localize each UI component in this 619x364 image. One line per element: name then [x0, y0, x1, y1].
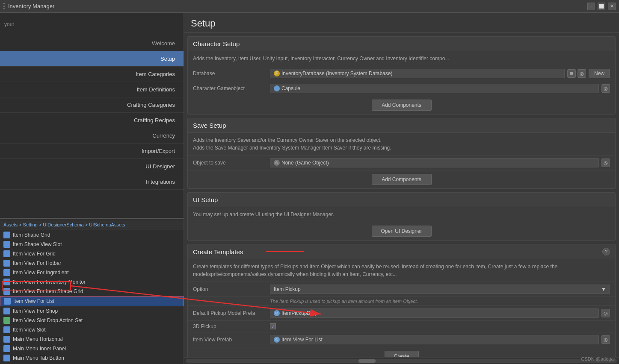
character-gameobject-label: Character Gameobject	[193, 85, 270, 91]
asset-item-view-ingredient[interactable]: Item View For Ingredient	[0, 268, 184, 277]
ui-setup-section: UI Setup You may set up and create UI us…	[187, 192, 616, 241]
bottom-scrollbar[interactable]	[184, 357, 619, 364]
asset-item-shape-grid[interactable]: Item Shape Grid	[0, 230, 184, 240]
nav-item-crafting-categories[interactable]: Crafting Categories	[0, 97, 184, 113]
database-target-btn[interactable]: ◎	[578, 69, 586, 78]
character-target-btn[interactable]: ◎	[601, 84, 610, 93]
asset-item-view-slot-drop[interactable]: Item View Slot Drop Action Set	[0, 316, 184, 325]
breadcrumb: Assets > Setting > UIDesignerSchema > UI…	[0, 220, 184, 229]
item-view-prefab-value: ⊙ Item View For List	[270, 335, 599, 344]
asset-icon	[3, 269, 10, 276]
asset-item-view-grid[interactable]: Item View For Grid	[0, 249, 184, 258]
nav-item-integrations[interactable]: Integrations	[0, 174, 184, 190]
ui-setup-desc: You may set up and create UI using the U…	[188, 207, 615, 222]
scrollbar-thumb	[358, 359, 376, 363]
nav-item-currency[interactable]: Currency	[0, 128, 184, 144]
character-setup-section: Character Setup Adds the Inventory, Item…	[187, 36, 616, 114]
pickup-model-field-row: Default Pickup Model Prefa ⊙ ItemPickupB…	[188, 306, 615, 321]
pickup-3d-row: 3D Pickup ✓	[188, 321, 615, 332]
database-settings-btn[interactable]: ⚙	[567, 69, 576, 78]
nav-item-import-export[interactable]: Import/Export	[0, 144, 184, 159]
main-layout: yout Welcome Setup Item Categories Item …	[0, 13, 619, 364]
help-button[interactable]: ?	[602, 248, 610, 255]
character-gameobject-value: Capsule	[270, 84, 599, 93]
asset-label: Item View For Hotbar	[13, 260, 61, 266]
nav-item-setup[interactable]: Setup	[0, 51, 184, 67]
setup-title: Setup	[184, 13, 619, 33]
create-templates-desc-text: Create templates for different types of …	[193, 264, 557, 277]
character-setup-btn-row: Add Components	[188, 96, 615, 114]
item-view-prefab-row: Item View Prefab ⊙ Item View For List ◎	[188, 332, 615, 347]
option-select[interactable]: Item Pickup ▼	[270, 285, 610, 294]
asset-list: Item Shape Grid Item Shape View Slot Ite…	[0, 229, 184, 364]
save-setup-desc1: Adds the Inventory Saver and/or the Curr…	[193, 136, 610, 144]
pickup-model-label: Default Pickup Model Prefa	[193, 310, 270, 316]
dropdown-arrow-icon: ▼	[601, 286, 606, 292]
database-field-row: Database 🗄 InventoryDatabase (Inventory …	[188, 66, 615, 81]
item-view-prefab-controls: ◎	[601, 335, 610, 344]
asset-item-view-list[interactable]: Item View For List	[0, 296, 184, 306]
database-value-text: InventoryDatabase (Inventory System Data…	[281, 70, 392, 76]
ui-setup-btn-row: Open UI Designer	[188, 222, 615, 240]
nav-item-item-definitions[interactable]: Item Definitions	[0, 82, 184, 97]
object-to-save-label: Object to save	[193, 160, 270, 166]
create-button[interactable]: Create	[385, 351, 419, 357]
asset-item-view-item-shape-grid[interactable]: Item View For Item Shape Grid	[0, 287, 184, 296]
save-setup-section: Save Setup Adds the Inventory Saver and/…	[187, 118, 616, 189]
ui-setup-header: UI Setup	[188, 193, 615, 207]
asset-label: Item Shape Grid	[13, 232, 50, 238]
asset-icon	[4, 298, 11, 305]
asset-label: Item View For Shop	[13, 308, 58, 314]
pickup-3d-checkbox[interactable]: ✓	[270, 323, 276, 329]
nav-item-item-categories[interactable]: Item Categories	[0, 67, 184, 82]
object-to-save-target-btn[interactable]: ◎	[601, 159, 610, 167]
open-ui-designer-button[interactable]: Open UI Designer	[372, 226, 432, 237]
asset-item-main-menu-inner-panel[interactable]: Main Menu Inner Panel	[0, 344, 184, 353]
breadcrumb-text: Assets > Setting > UIDesignerSchema > UI…	[3, 222, 125, 227]
window-title: Inventory Manager	[8, 3, 587, 9]
asset-panel: Assets > Setting > UIDesignerSchema > UI…	[0, 218, 184, 364]
asset-item-view-hotbar[interactable]: Item View For Hotbar	[0, 258, 184, 268]
pickup-model-value-text: ItemPickupBag	[281, 310, 316, 316]
create-templates-title: Create Templates	[193, 248, 243, 255]
character-gameobject-controls: ◎	[601, 84, 610, 93]
asset-label: Item View For Item Shape Grid	[13, 288, 83, 294]
character-setup-desc: Adds the Inventory, Item User, Unity Inp…	[188, 51, 615, 66]
right-panel: Setup Character Setup Adds the Inventory…	[184, 13, 619, 364]
nav-item-welcome[interactable]: Welcome	[0, 36, 184, 51]
nav-item-crafting-recipes[interactable]: Crafting Recipes	[0, 113, 184, 128]
asset-icon	[3, 241, 10, 248]
settings-icon[interactable]: ⋮	[587, 3, 595, 10]
database-controls: ⚙ ◎	[567, 69, 586, 78]
ui-setup-desc-text: You may set up and create UI using the U…	[193, 211, 334, 217]
asset-item-main-menu-tab-button[interactable]: Main Menu Tab Button	[0, 353, 184, 363]
asset-label: Item View For Grid	[13, 251, 56, 257]
save-add-components-button[interactable]: Add Components	[372, 174, 432, 185]
pickup-model-value: ⊙ ItemPickupBag	[270, 308, 599, 318]
asset-item-main-menu-horizontal[interactable]: Main Menu Horizontal	[0, 335, 184, 344]
item-view-prefab-target-btn[interactable]: ◎	[601, 335, 610, 344]
maximize-button[interactable]: ⬜	[598, 3, 605, 10]
create-templates-header: Create Templates ?	[188, 244, 615, 259]
pickup-model-target-btn[interactable]: ◎	[601, 309, 610, 317]
window-controls[interactable]: ⋮ ⬜ ✕	[587, 3, 616, 10]
character-setup-title: Character Setup	[193, 40, 240, 47]
new-button[interactable]: New	[589, 69, 610, 78]
asset-label: Item View Slot	[13, 327, 45, 333]
asset-item-view-slot[interactable]: Item View Slot	[0, 325, 184, 335]
asset-icon	[3, 232, 10, 238]
asset-item-shape-view-slot[interactable]: Item Shape View Slot	[0, 240, 184, 249]
close-button[interactable]: ✕	[608, 3, 616, 10]
asset-item-view-inventory-monitor[interactable]: Item View For Inventory Monitor	[0, 277, 184, 287]
create-templates-section: Create Templates ? Create templates for …	[187, 244, 616, 357]
asset-item-view-shop[interactable]: Item View For Shop	[0, 306, 184, 316]
character-add-components-button[interactable]: Add Components	[372, 100, 432, 111]
asset-label: Main Menu Inner Panel	[13, 346, 66, 352]
nav-item-ui-designer[interactable]: UI Designer	[0, 159, 184, 174]
asset-label: Item View For List	[13, 298, 54, 304]
asset-label: Item Shape View Slot	[13, 241, 62, 247]
drag-handle	[3, 3, 5, 9]
pickup-3d-label: 3D Pickup	[193, 323, 270, 329]
item-view-prefab-label: Item View Prefab	[193, 337, 270, 343]
none-icon: ⊙	[274, 160, 280, 166]
